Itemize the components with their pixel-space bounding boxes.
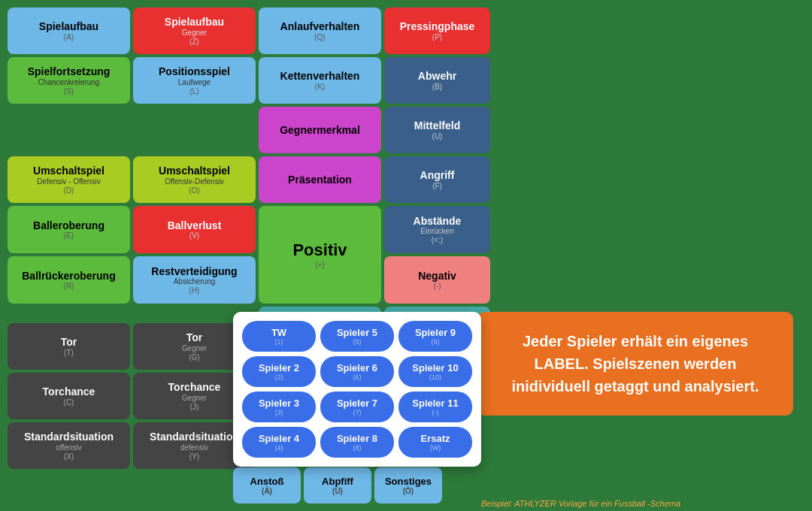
cell-label: Mittelfeld xyxy=(414,119,460,132)
cell-mittelfeld[interactable]: Mittelfeld (U) xyxy=(384,107,490,153)
cell-label: Standardsituation xyxy=(150,431,239,443)
cell-label: Standardsituation xyxy=(24,431,114,443)
cell-abpfiff[interactable]: Abpfiff (Ü) xyxy=(304,467,371,503)
info-box: Jeder Spieler erhält ein eigenes LABEL. … xyxy=(477,312,793,416)
cell-sub: Gegner xyxy=(182,394,207,403)
cell-label: Umschaltspiel xyxy=(33,165,105,177)
cell-label: Tor xyxy=(61,336,77,349)
cell-code: (C) xyxy=(64,398,74,407)
cell-anstoss[interactable]: Anstoß (Ä) xyxy=(233,467,301,503)
footer-beispiel: Beispiel: ATHLYZER Vorlage für ein Fussb… xyxy=(481,499,680,508)
cell-label: Spielaufbau xyxy=(165,16,224,29)
cell-label: Sonstiges xyxy=(385,476,432,487)
cell-balleroberung[interactable]: Balleroberung (E) xyxy=(8,206,130,253)
cell-sub: defensiv xyxy=(180,443,208,452)
cell-label: Abstände xyxy=(414,215,462,228)
cell-code: (-) xyxy=(434,282,441,290)
cell-praesentation[interactable]: Präsentation xyxy=(259,156,381,203)
cell-label: Torchance xyxy=(168,381,221,394)
cell-label: Balleroberung xyxy=(33,219,105,232)
cell-code: (P) xyxy=(432,33,442,41)
cell-code: (A) xyxy=(64,33,74,41)
cell-code: (Ä) xyxy=(262,487,272,495)
cell-spacer-1 xyxy=(8,107,130,153)
cell-code: (+) xyxy=(315,261,325,269)
cell-label: Spielaufbau xyxy=(39,20,98,33)
cell-code: (O) xyxy=(189,186,199,195)
main-grid: Spielaufbau (A) Spielaufbau Gegner (Z) A… xyxy=(8,8,481,353)
cell-label: Angriff xyxy=(420,169,455,182)
player-popup: TW(1) Spieler 5(5) Spieler 9(9) Spieler … xyxy=(233,312,481,467)
cell-sub: Laufwege xyxy=(178,78,211,87)
cell-abwehr[interactable]: Abwehr (B) xyxy=(384,57,490,104)
player-btn-3[interactable]: Spieler 3(3) xyxy=(242,392,316,422)
cell-sub: Gegner xyxy=(182,29,207,38)
footer-text: Beispiel: ATHLYZER Vorlage für ein Fussb… xyxy=(481,499,680,508)
cell-sonstiges[interactable]: Sonstiges (Ö) xyxy=(374,467,442,503)
cell-label: Gegnermerkmal xyxy=(280,124,360,137)
player-btn-8[interactable]: Spieler 8(8) xyxy=(320,427,394,458)
cell-label: Anlaufverhalten xyxy=(280,20,360,33)
cell-code: (G) xyxy=(189,353,199,361)
cell-restverteidigung[interactable]: Restverteidigung Absicherung (H) xyxy=(133,256,256,304)
cell-spielaufbau-a[interactable]: Spielaufbau (A) xyxy=(8,8,130,54)
player-btn-10[interactable]: Spieler 10(10) xyxy=(398,356,472,387)
cell-code: (V) xyxy=(189,231,199,240)
cell-label: Ballverlust xyxy=(168,219,222,232)
player-btn-2[interactable]: Spieler 2(2) xyxy=(242,356,316,387)
cell-torchance-c[interactable]: Torchance (C) xyxy=(8,373,130,419)
cell-abstaende[interactable]: Abstände Einrücken (<:) xyxy=(384,206,490,253)
cell-code: (B) xyxy=(432,83,442,91)
cell-positionsspiel[interactable]: Positionsspiel Laufwege (L) xyxy=(133,57,256,104)
player-btn-4[interactable]: Spieler 4(4) xyxy=(242,427,316,458)
cell-label: Umschaltspiel xyxy=(159,165,230,177)
player-btn-11[interactable]: Spieler 11(-) xyxy=(398,392,472,422)
cell-sub: Offensiv-Defensiv xyxy=(165,177,224,186)
cell-umschaltspiel-d[interactable]: Umschaltspiel Defensiv - Offensiv (D) xyxy=(8,156,130,203)
cell-code: (Y) xyxy=(189,452,199,461)
cell-code: (T) xyxy=(64,349,74,357)
cell-code: (K) xyxy=(315,83,325,91)
cell-code: (D) xyxy=(64,186,74,195)
cell-label: Ballrückeroberung xyxy=(22,270,115,283)
cell-code: (Ü) xyxy=(332,487,343,495)
cell-spielaufbau-z[interactable]: Spielaufbau Gegner (Z) xyxy=(133,8,256,54)
player-btn-tw[interactable]: TW(1) xyxy=(242,321,316,352)
cell-sub: Einrücken xyxy=(420,227,453,236)
cell-label: Positionsspiel xyxy=(159,65,230,78)
cell-positiv[interactable]: Positiv (+) xyxy=(259,206,381,304)
player-btn-5[interactable]: Spieler 5(5) xyxy=(320,321,394,352)
cell-code: (L) xyxy=(189,87,198,95)
player-btn-9[interactable]: Spieler 9(9) xyxy=(398,321,472,352)
cell-anlaufverhalten[interactable]: Anlaufverhalten (Q) xyxy=(259,8,381,54)
cell-spielfortsetzung[interactable]: Spielfortsetzung Chancenkreierung (S) xyxy=(8,57,130,104)
cell-tor-t[interactable]: Tor (T) xyxy=(8,323,130,370)
cell-spacer-2 xyxy=(133,107,256,153)
player-btn-ersatz[interactable]: Ersatz(W) xyxy=(398,427,472,458)
cell-label: Anstoß xyxy=(250,476,284,487)
cell-code: (S) xyxy=(64,87,74,95)
cell-code: (X) xyxy=(64,452,74,461)
cell-label: Präsentation xyxy=(288,174,352,186)
cell-code: (F) xyxy=(432,182,442,190)
cell-sub: Absicherung xyxy=(174,277,216,286)
cell-code: (U) xyxy=(432,132,443,141)
cell-pressingphase[interactable]: Pressingphase (P) xyxy=(384,8,490,54)
cell-code: (R) xyxy=(64,282,74,290)
cell-standardsituation-x[interactable]: Standardsituation offensiv (X) xyxy=(8,422,130,469)
cell-ballverlust[interactable]: Ballverlust (V) xyxy=(133,206,256,253)
player-btn-7[interactable]: Spieler 7(7) xyxy=(320,392,394,422)
player-btn-6[interactable]: Spieler 6(6) xyxy=(320,356,394,387)
cell-code: (E) xyxy=(64,231,74,240)
cell-ballrueckeroberung[interactable]: Ballrückeroberung (R) xyxy=(8,256,130,304)
cell-gegnermerkmal[interactable]: Gegnermerkmal xyxy=(259,107,381,153)
cell-negativ[interactable]: Negativ (-) xyxy=(384,256,490,304)
cell-sub: Gegner xyxy=(182,344,207,353)
cell-kettenverhalten[interactable]: Kettenverhalten (K) xyxy=(259,57,381,104)
cell-angriff[interactable]: Angriff (F) xyxy=(384,156,490,203)
cell-sub: Defensiv - Offensiv xyxy=(37,177,100,186)
cell-code: (Ö) xyxy=(403,487,414,495)
bottom-row: Anstoß (Ä) Abpfiff (Ü) Sonstiges (Ö) xyxy=(233,467,442,503)
cell-label: Positiv xyxy=(292,240,347,260)
cell-umschaltspiel-o[interactable]: Umschaltspiel Offensiv-Defensiv (O) xyxy=(133,156,256,203)
